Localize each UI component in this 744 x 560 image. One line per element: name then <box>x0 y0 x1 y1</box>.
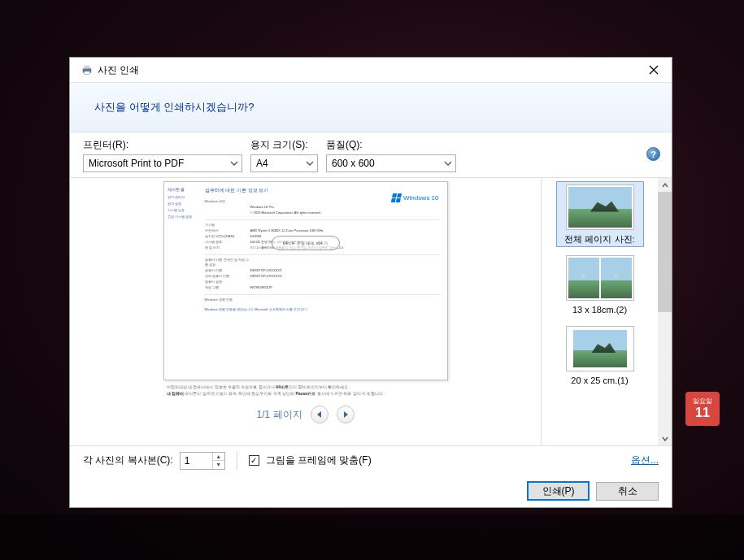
close-button[interactable] <box>636 58 672 82</box>
preview-value: 64.0GB <box>250 234 262 239</box>
divider <box>237 451 237 470</box>
help-button[interactable]: ? <box>646 147 660 161</box>
preview-value: DESKTOP-XXXXXXX <box>250 274 282 279</box>
quality-label: 품질(Q): <box>326 138 456 152</box>
preview-value: WORKGROUP <box>250 285 272 290</box>
dialog-title: 사진 인쇄 <box>98 63 139 77</box>
triangle-left-icon <box>316 411 323 418</box>
layouts-panel: 전체 페이지 사진: 13 x 18cm.(2) 20 x 25 cm.(1) <box>541 178 672 445</box>
layout-thumbnail <box>566 255 634 301</box>
printer-group: 프린터(R): Microsoft Print to PDF <box>83 138 242 172</box>
preview-label: 시스템 종류: <box>205 240 250 245</box>
preview-side-item: 시스템 보호 <box>168 208 195 213</box>
printer-combo[interactable]: Microsoft Print to PDF <box>83 154 242 172</box>
fit-frame-label: 그림을 프레임에 맞춤(F) <box>266 454 372 467</box>
printer-label: 프린터(R): <box>83 138 242 152</box>
preview-side-item: 원격 설정 <box>168 202 195 206</box>
preview-section: Windows 정품 인증 <box>205 297 250 302</box>
cancel-button[interactable]: 취소 <box>596 482 659 501</box>
scroll-up-button[interactable] <box>658 178 672 192</box>
header-prompt: 사진을 어떻게 인쇄하시겠습니까? <box>70 82 672 132</box>
preview-footnote: 비정의대상 내 컴퓨터에서 정보한 우클릭 속성으로 들어가서 64비트인지 3… <box>163 384 448 397</box>
svg-rect-1 <box>85 66 90 69</box>
chevron-down-icon <box>444 159 452 167</box>
copies-up-button[interactable]: ▲ <box>213 453 224 462</box>
printer-icon <box>81 64 93 76</box>
layouts-list: 전체 페이지 사진: 13 x 18cm.(2) 20 x 25 cm.(1) <box>542 178 658 445</box>
preview-label: 프로세서: <box>205 228 250 233</box>
chevron-down-icon <box>306 159 314 167</box>
printer-value: Microsoft Print to PDF <box>89 158 225 169</box>
calendar-day-label: 일요일 <box>693 397 712 406</box>
print-button[interactable]: 인쇄(P) <box>527 481 590 501</box>
close-icon <box>649 65 659 75</box>
layout-20x25[interactable]: 20 x 25 cm.(1) <box>556 323 644 389</box>
pager-text: 1/1 페이지 <box>256 408 302 422</box>
calendar-tile: 일요일 11 <box>685 392 720 426</box>
copies-input[interactable]: 1 ▲ ▼ <box>180 452 225 470</box>
preview-section: 시스템 <box>205 223 250 228</box>
preview-value: © 2020 Microsoft Corporation. All rights… <box>250 211 321 215</box>
scroll-thumb[interactable] <box>658 192 672 312</box>
preview-side-item: 장치 관리자 <box>168 195 195 200</box>
preview-activation-line: Windows 정품 인증을 받았습니다. Microsoft 소프트웨어 사용… <box>205 307 307 311</box>
quality-group: 품질(Q): 600 x 600 <box>326 138 456 172</box>
layout-13x18[interactable]: 13 x 18cm.(2) <box>556 252 644 318</box>
triangle-right-icon <box>342 411 349 418</box>
preview-label: 펜 및 터치: <box>205 245 250 250</box>
scroll-track[interactable] <box>658 192 672 432</box>
preview-label: 작업 그룹: <box>205 285 250 290</box>
preview-label: 설치된 메모리(RAM): <box>205 234 250 239</box>
layouts-scrollbar[interactable] <box>658 178 672 445</box>
quality-combo[interactable]: 600 x 600 <box>326 154 456 172</box>
copies-down-button[interactable]: ▼ <box>213 461 224 469</box>
paper-size-combo[interactable]: A4 <box>250 154 318 172</box>
layout-full-page[interactable]: 전체 페이지 사진: <box>556 181 644 247</box>
windows-logo-text: Windows 10 <box>403 194 439 202</box>
titlebar: 사진 인쇄 <box>70 58 672 82</box>
chevron-up-icon <box>662 182 668 189</box>
preview-area: 제어판 홈 장치 관리자 원격 설정 시스템 보호 고급 시스템 설정 컴퓨터에… <box>70 178 541 445</box>
preview-label: 전체 컴퓨터 이름: <box>205 274 250 279</box>
windows-logo: Windows 10 <box>392 193 439 202</box>
paper-group: 용지 크기(S): A4 <box>250 138 318 172</box>
fit-frame-checkbox[interactable]: ✓ <box>249 455 259 466</box>
preview-label: 컴퓨터 이름: <box>205 268 250 273</box>
chevron-down-icon <box>230 159 238 167</box>
next-page-button[interactable] <box>337 406 355 423</box>
preview-value: AMD Ryzen 5 3600X 12-Core Processor 3.80… <box>250 228 324 233</box>
preview-side-item: 고급 시스템 설정 <box>168 215 195 219</box>
options-row: 프린터(R): Microsoft Print to PDF 용지 크기(S):… <box>70 132 672 177</box>
copies-value: 1 <box>181 453 212 469</box>
paper-label: 용지 크기(S): <box>250 138 318 152</box>
svg-rect-2 <box>85 72 90 75</box>
quality-value: 600 x 600 <box>332 158 439 169</box>
preview-label: Windows 버전 <box>205 199 250 204</box>
preview-side-header: 제어판 홈 <box>168 187 195 192</box>
preview-sidebar: 제어판 홈 장치 관리자 원격 설정 시스템 보호 고급 시스템 설정 <box>164 182 198 380</box>
scroll-down-button[interactable] <box>658 432 672 445</box>
paper-value: A4 <box>256 158 301 169</box>
footer-options-row: 각 사진의 복사본(C): 1 ▲ ▼ ✓ 그림을 프레임에 맞춤(F) 옵션.… <box>70 446 672 475</box>
preview-label: 컴퓨터 설명: <box>205 280 250 284</box>
layout-label: 20 x 25 cm.(1) <box>571 375 628 386</box>
preview-value: Windows 10 Pro <box>250 205 274 210</box>
desktop-strip <box>0 514 744 560</box>
pager: 1/1 페이지 <box>256 406 354 423</box>
layout-thumbnail <box>566 184 634 230</box>
preview-main: 컴퓨터에 대한 기본 정보 보기 Windows 버전 Windows 10 P… <box>198 182 447 380</box>
layout-label: 전체 페이지 사진: <box>564 233 634 245</box>
prev-page-button[interactable] <box>311 406 328 423</box>
layout-label: 13 x 18cm.(2) <box>572 304 627 315</box>
preview-page: 제어판 홈 장치 관리자 원격 설정 시스템 보호 고급 시스템 설정 컴퓨터에… <box>163 181 448 380</box>
copies-label: 각 사진의 복사본(C): <box>83 454 173 467</box>
options-link[interactable]: 옵션... <box>631 454 659 467</box>
preview-value: DESKTOP-XXXXXXX <box>250 268 282 273</box>
print-pictures-dialog: 사진 인쇄 사진을 어떻게 인쇄하시겠습니까? 프린터(R): Microsof… <box>69 57 672 508</box>
layout-thumbnail <box>566 326 634 371</box>
preview-annotation-circle: 64비트 운영 체제, x64 기 <box>272 236 340 250</box>
footer-buttons-row: 인쇄(P) 취소 <box>70 475 672 507</box>
chevron-down-icon <box>662 436 668 442</box>
calendar-day-number: 11 <box>695 406 710 420</box>
preview-section: 컴퓨터 이름, 도메인 및 작업 그룹 설정 <box>205 258 250 267</box>
